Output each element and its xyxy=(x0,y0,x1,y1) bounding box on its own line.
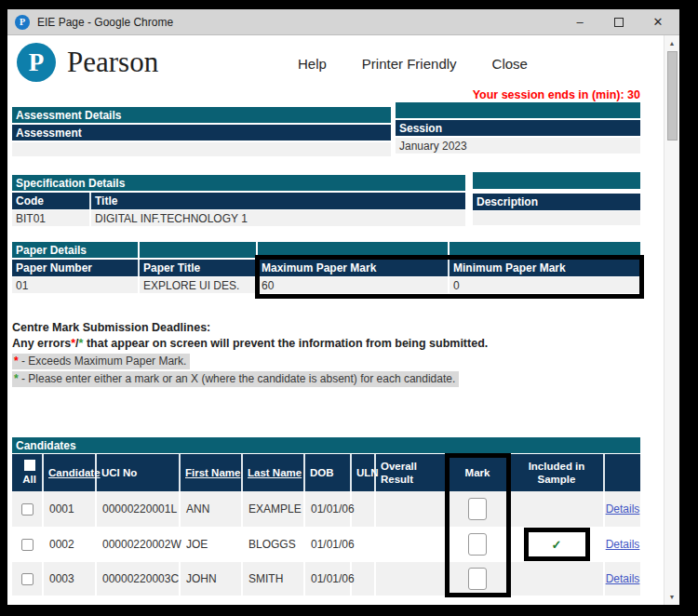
dob-cell: 01/01/06 xyxy=(305,562,352,596)
row-checkbox[interactable] xyxy=(21,503,34,516)
last-name-cell: SMITH xyxy=(243,562,305,596)
last-name-cell: BLOGGS xyxy=(243,527,305,562)
first-name-sort-link[interactable]: First Name xyxy=(185,466,240,479)
description-section-band xyxy=(473,172,640,189)
details-link[interactable]: Details xyxy=(606,502,640,516)
deadlines-title: Centre Mark Submission Deadlines: xyxy=(12,321,641,334)
scroll-down-icon[interactable]: ▼ xyxy=(664,590,679,604)
overall-result-cell xyxy=(376,491,447,527)
paper-title-header: Paper Title xyxy=(140,260,258,276)
uln-cell xyxy=(352,527,376,562)
minimum-paper-mark-header: Minimum Paper Mark xyxy=(450,260,640,276)
maximize-icon[interactable] xyxy=(614,18,624,27)
details-cell: Details xyxy=(605,527,640,562)
logo-letter: P xyxy=(29,48,45,77)
mark-input[interactable] xyxy=(468,533,487,556)
candidates-section-header: Candidates xyxy=(12,437,640,453)
vertical-scrollbar[interactable]: ▲ ▼ xyxy=(664,35,679,605)
paper-value-row: 01 EXPLORE UI DES. 60 0 xyxy=(12,277,640,293)
close-icon[interactable]: ✕ xyxy=(651,15,664,29)
close-link[interactable]: Close xyxy=(492,56,528,72)
included-in-sample-header: Included in Sample xyxy=(510,454,605,491)
first-name-cell: JOHN xyxy=(181,562,243,596)
maximum-paper-mark-header: Maximum Paper Mark xyxy=(258,260,450,276)
note-enter-mark-text: - Please enter either a mark or an X (wh… xyxy=(19,372,456,385)
description-header: Description xyxy=(473,194,640,210)
session-value: January 2023 xyxy=(396,138,640,154)
last-name-header: Last Name xyxy=(243,454,305,491)
uci-cell: 00000220001L xyxy=(97,491,181,527)
scroll-up-icon[interactable]: ▲ xyxy=(664,36,679,50)
submission-notices: Centre Mark Submission Deadlines: Any er… xyxy=(12,321,641,389)
details-cell: Details xyxy=(605,491,640,527)
mark-input[interactable] xyxy=(468,568,487,590)
page-content: P Pearson Help Printer Friendly Close Yo… xyxy=(7,35,664,605)
paper-number-value: 01 xyxy=(12,277,140,293)
all-header-cell: All xyxy=(12,454,44,491)
title-header: Title xyxy=(91,193,465,209)
mark-input[interactable] xyxy=(468,498,487,520)
paper-band-spacer xyxy=(450,242,640,258)
paper-band-spacer xyxy=(258,242,450,258)
window-controls: – ✕ xyxy=(573,15,679,29)
row-checkbox[interactable] xyxy=(21,539,34,551)
included-in-sample-cell xyxy=(510,491,605,527)
uln-cell xyxy=(352,491,376,527)
specification-value-row: BIT01 DIGITAL INF.TECHNOLOGY 1 xyxy=(12,210,465,226)
all-header-label: All xyxy=(22,473,36,486)
maximum-paper-mark-value: 60 xyxy=(258,277,450,293)
pearson-favicon-icon: P xyxy=(15,15,30,30)
uci-cell: 00000220003C xyxy=(97,562,181,596)
printer-friendly-link[interactable]: Printer Friendly xyxy=(362,56,457,72)
select-cell xyxy=(12,562,44,596)
minimize-icon[interactable]: – xyxy=(573,15,586,29)
candidate-header: Candidate xyxy=(44,454,97,491)
last-name-cell: EXAMPLE xyxy=(243,491,305,527)
description-table: Description xyxy=(473,172,640,225)
paper-details-band: Paper Details xyxy=(12,242,640,258)
dob-cell: 01/01/06 xyxy=(305,527,352,562)
dob-cell: 01/01/06 xyxy=(305,491,352,527)
details-header xyxy=(605,454,640,491)
candidate-row: 0002 00000220002W JOE BLOGGS 01/01/06 ✓ … xyxy=(12,527,640,562)
candidates-table: Candidates All Candidate UCI No First Na… xyxy=(12,437,640,596)
scrollbar-thumb[interactable] xyxy=(667,51,678,141)
description-value xyxy=(473,211,640,225)
assessment-details-header: Assessment Details xyxy=(12,107,391,123)
specification-details-header: Specification Details xyxy=(12,175,465,191)
candidate-sort-link[interactable]: Candidate xyxy=(48,466,101,479)
uci-cell: 00000220002W xyxy=(97,527,181,562)
row-checkbox[interactable] xyxy=(21,573,34,585)
help-link[interactable]: Help xyxy=(298,56,327,72)
note-exceeds-max-text: - Exceeds Maximum Paper Mark. xyxy=(19,355,187,368)
select-all-checkbox[interactable] xyxy=(24,460,35,471)
first-name-cell: ANN xyxy=(181,491,243,527)
details-link[interactable]: Details xyxy=(606,572,640,585)
specification-details-table: Specification Details Code Title BIT01 D… xyxy=(12,175,465,226)
session-section-band xyxy=(396,102,640,118)
paper-details-table: Paper Details Paper Number Paper Title M… xyxy=(12,242,640,293)
candidate-number-cell: 0002 xyxy=(44,527,97,562)
note-exceeds-max: * - Exceeds Maximum Paper Mark. xyxy=(12,354,641,371)
favicon-letter: P xyxy=(20,17,25,27)
errors-text-pre: Any errors xyxy=(12,337,71,350)
mark-cell xyxy=(447,491,510,527)
included-check-icon: ✓ xyxy=(552,538,562,552)
details-cell: Details xyxy=(605,562,640,596)
errors-text-post: that appear on screen will prevent the i… xyxy=(83,337,488,350)
candidates-header-row: All Candidate UCI No First Name Last Nam… xyxy=(12,454,640,491)
specification-header-row: Code Title xyxy=(12,193,465,209)
mark-cell xyxy=(447,527,510,562)
first-name-cell: JOE xyxy=(181,527,243,562)
included-in-sample-cell xyxy=(510,562,605,596)
pearson-logo: P Pearson xyxy=(17,43,158,82)
titlebar: P EIE Page - Google Chrome – ✕ xyxy=(7,9,679,35)
session-table: Session January 2023 xyxy=(396,102,640,154)
assessment-label: Assessment xyxy=(12,125,391,141)
candidate-row: 0003 00000220003C JOHN SMITH 01/01/06 De… xyxy=(12,562,640,596)
details-link[interactable]: Details xyxy=(606,538,640,551)
browser-window: P EIE Page - Google Chrome – ✕ P Pearson… xyxy=(7,9,679,605)
candidate-number-cell: 0003 xyxy=(44,562,97,596)
last-name-sort-link[interactable]: Last Name xyxy=(248,466,302,479)
first-name-header: First Name xyxy=(181,454,243,491)
